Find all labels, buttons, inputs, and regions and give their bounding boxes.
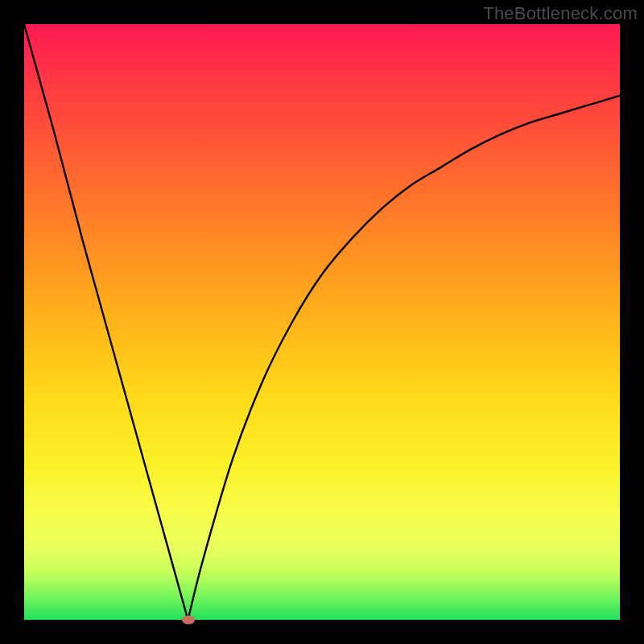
bottleneck-curve xyxy=(24,24,620,620)
curve-left-branch xyxy=(24,24,188,620)
watermark-text: TheBottleneck.com xyxy=(483,3,638,24)
minimum-point-marker xyxy=(182,616,195,625)
curve-right-branch xyxy=(188,96,621,620)
plot-area xyxy=(24,24,620,620)
chart-frame: TheBottleneck.com xyxy=(0,0,644,644)
